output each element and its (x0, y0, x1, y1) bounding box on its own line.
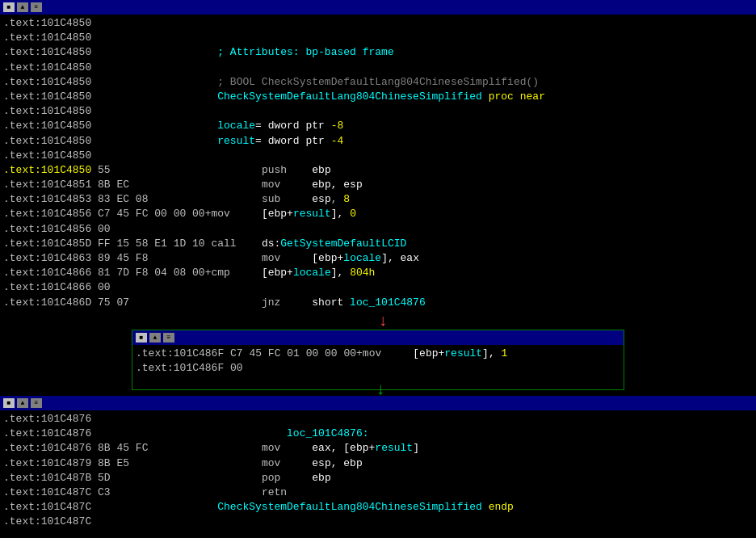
line-4: .text:101C4850 (3, 61, 753, 75)
w3-line-7: .text:101C487C CheckSystemDefaultLang804… (3, 500, 753, 515)
w3-line-5: .text:101C487B 5D pop ebp (3, 471, 753, 485)
win2-line-2: .text:101C486F 00 (136, 361, 620, 376)
line-10: .text:101C4850 (3, 149, 753, 163)
line-15: .text:101C4856 00 (3, 222, 753, 237)
tb3-icon2: ▲ (17, 398, 28, 408)
line-13: .text:101C4853 83 EC 08 sub esp, 8 (3, 192, 753, 207)
tb3-icon1: ■ (3, 398, 15, 408)
tb2-icon3: ≡ (163, 333, 174, 343)
bottom-code-window: ■ ▲ ≡ .text:101C4876 .text:101C4876 loc_… (0, 396, 756, 538)
win3-titlebar: ■ ▲ ≡ (0, 396, 756, 410)
line-6: .text:101C4850 CheckSystemDefaultLang804… (3, 90, 753, 104)
line-16: .text:101C485D FF 15 58 E1 1D 10 call ds… (3, 237, 753, 251)
line-17: .text:101C4863 89 45 F8 mov [ebp+locale]… (3, 251, 753, 266)
line-7: .text:101C4850 (3, 104, 753, 119)
line-11: .text:101C4850 55 push ebp (3, 163, 753, 178)
tb2-icon1: ■ (136, 333, 147, 343)
line-5: .text:101C4850 ; BOOL CheckSystemDefault… (3, 75, 753, 90)
line-12: .text:101C4851 8B EC mov ebp, esp (3, 178, 753, 192)
tb2-icon2: ▲ (149, 333, 161, 343)
win2-line-1: .text:101C486F C7 45 FC 01 00 00 00+mov … (136, 347, 620, 361)
line-1: .text:101C4850 (3, 16, 753, 31)
tb-icon2: ▲ (17, 2, 28, 12)
w3-line-4: .text:101C4879 8B E5 mov esp, ebp (3, 456, 753, 471)
win2-titlebar: ■ ▲ ≡ (132, 330, 624, 345)
tb-icon3: ≡ (31, 2, 42, 12)
line-14: .text:101C4856 C7 45 FC 00 00 00+mov [eb… (3, 207, 753, 221)
line-9: .text:101C4850 result= dword ptr -4 (3, 134, 753, 149)
arrow-red: ↓ (378, 313, 388, 330)
line-19: .text:101C4866 00 (3, 280, 753, 295)
line-3: .text:101C4850 ; Attributes: bp-based fr… (3, 45, 753, 60)
w3-line-6: .text:101C487C C3 retn (3, 485, 753, 500)
w3-line-1: .text:101C4876 (3, 412, 753, 427)
w3-line-2: .text:101C4876 loc_101C4876: (3, 427, 753, 441)
tb-icon1: ■ (3, 2, 15, 12)
line-18: .text:101C4866 81 7D F8 04 08 00+cmp [eb… (3, 266, 753, 280)
w3-line-3: .text:101C4876 8B 45 FC mov eax, [ebp+re… (3, 441, 753, 456)
line-2: .text:101C4850 (3, 31, 753, 45)
line-20: .text:101C486D 75 07 jnz short loc_101C4… (3, 296, 753, 310)
main-code-window: ■ ▲ ≡ .text:101C4850 .text:101C4850 .tex… (0, 0, 756, 317)
win2-code: .text:101C486F C7 45 FC 01 00 00 00+mov … (132, 345, 624, 377)
win1-code: .text:101C4850 .text:101C4850 .text:101C… (0, 15, 756, 312)
line-8: .text:101C4850 locale= dword ptr -8 (3, 119, 753, 133)
win1-titlebar: ■ ▲ ≡ (0, 0, 756, 15)
win3-code: .text:101C4876 .text:101C4876 loc_101C48… (0, 410, 756, 532)
w3-line-8: .text:101C487C (3, 515, 753, 529)
tb3-icon3: ≡ (31, 398, 42, 408)
